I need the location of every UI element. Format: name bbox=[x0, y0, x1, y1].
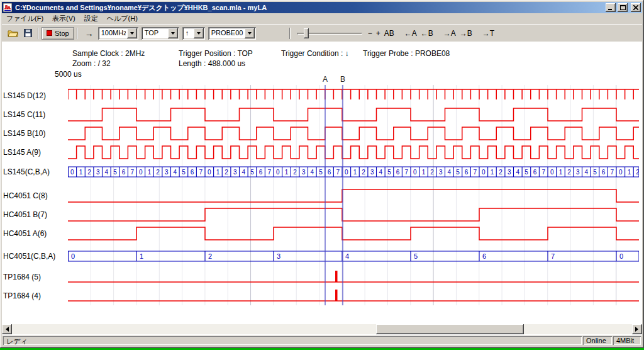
svg-text:5: 5 bbox=[113, 169, 117, 176]
svg-text:7: 7 bbox=[541, 169, 545, 176]
trigger-edge-value: ↑ bbox=[182, 27, 192, 40]
toolbar-separator bbox=[289, 28, 291, 39]
svg-text:7: 7 bbox=[473, 169, 477, 176]
svg-text:7: 7 bbox=[610, 169, 614, 176]
svg-text:6: 6 bbox=[328, 169, 331, 176]
close-button[interactable] bbox=[631, 3, 641, 12]
svg-text:0: 0 bbox=[71, 252, 75, 260]
svg-text:7: 7 bbox=[551, 252, 555, 260]
menu-item-help[interactable]: ヘルプ(H) bbox=[103, 13, 142, 25]
sample-clock-select[interactable]: 100MHz bbox=[98, 27, 138, 40]
svg-text:4: 4 bbox=[585, 169, 589, 176]
titlebar: C:¥Documents and Settings¥noname¥デスクトップ¥… bbox=[2, 2, 642, 13]
minimize-button[interactable] bbox=[606, 3, 616, 12]
status-memory: 4MBit bbox=[613, 336, 641, 345]
svg-text:7: 7 bbox=[336, 169, 340, 176]
svg-text:0: 0 bbox=[208, 169, 211, 176]
svg-text:0: 0 bbox=[139, 169, 143, 176]
menu-item-view[interactable]: 表示(V) bbox=[48, 13, 80, 25]
ab-button[interactable]: AB bbox=[382, 28, 396, 39]
svg-text:3: 3 bbox=[508, 169, 511, 176]
status-ready-text: レディ bbox=[6, 337, 28, 345]
dropdown-arrow-button[interactable] bbox=[127, 28, 137, 38]
status-online: Online bbox=[583, 336, 612, 345]
svg-text:4: 4 bbox=[311, 169, 314, 176]
svg-text:3: 3 bbox=[233, 169, 237, 176]
svg-text:1: 1 bbox=[559, 169, 563, 176]
svg-text:7: 7 bbox=[267, 169, 271, 176]
trigger-edge-select[interactable]: ↑ bbox=[182, 27, 205, 40]
channel-label-5: HC4051 C(8) bbox=[3, 191, 48, 201]
svg-text:4: 4 bbox=[242, 169, 246, 176]
dropdown-arrow-button[interactable] bbox=[245, 28, 255, 38]
stop-icon bbox=[47, 30, 52, 36]
svg-text:2: 2 bbox=[430, 169, 434, 176]
svg-text:0: 0 bbox=[550, 169, 554, 176]
svg-text:0: 0 bbox=[619, 252, 623, 260]
svg-text:0: 0 bbox=[413, 169, 417, 176]
statusbar: レディ Online 4MBit bbox=[2, 336, 642, 346]
dropdown-arrow-button[interactable] bbox=[168, 28, 178, 38]
menu-item-settings[interactable]: 設定 bbox=[80, 13, 103, 25]
chevron-down-icon bbox=[130, 32, 134, 37]
timescale-label: 5000 us bbox=[55, 70, 82, 79]
svg-text:1: 1 bbox=[628, 169, 631, 176]
svg-text:2: 2 bbox=[499, 169, 502, 176]
channel-label-3: LS145 A(9) bbox=[3, 147, 41, 157]
svg-text:3: 3 bbox=[302, 169, 306, 176]
scroll-thumb[interactable] bbox=[376, 324, 524, 334]
horizontal-scrollbar[interactable] bbox=[2, 324, 642, 334]
menubar: ファイル(F) 表示(V) 設定 ヘルプ(H) bbox=[2, 13, 642, 24]
probe-select[interactable]: PROBE00 bbox=[208, 27, 256, 40]
open-folder-icon bbox=[8, 29, 18, 37]
channel-label-10: TP1684 (4) bbox=[3, 291, 41, 301]
goto-b-left-button[interactable]: ←B bbox=[419, 28, 435, 39]
cursor-a-label[interactable]: A bbox=[322, 75, 328, 84]
svg-text:6: 6 bbox=[396, 169, 400, 176]
dropdown-arrow-button[interactable] bbox=[194, 28, 204, 38]
svg-text:2: 2 bbox=[156, 169, 160, 176]
svg-text:1: 1 bbox=[79, 169, 83, 176]
scroll-track[interactable] bbox=[12, 324, 632, 334]
cursor-b-label[interactable]: B bbox=[340, 75, 346, 84]
chevron-down-icon bbox=[197, 32, 201, 37]
svg-text:1: 1 bbox=[491, 169, 494, 176]
goto-trigger-button[interactable]: →T bbox=[480, 28, 496, 39]
stop-button[interactable]: Stop bbox=[42, 27, 74, 40]
goto-a-right-button[interactable]: →A bbox=[441, 28, 458, 39]
slider-thumb[interactable] bbox=[304, 28, 309, 38]
goto-a-left-button[interactable]: ←A bbox=[402, 28, 419, 39]
channel-label-2: LS145 B(10) bbox=[3, 128, 45, 138]
zoom-in-button[interactable]: + bbox=[374, 28, 382, 39]
channel-label-6: HC4051 B(7) bbox=[3, 210, 47, 220]
channel-label-4: LS145(C,B,A) bbox=[3, 167, 50, 177]
chevron-down-icon bbox=[171, 32, 175, 37]
open-button[interactable] bbox=[5, 26, 20, 40]
goto-b-right-button[interactable]: →B bbox=[458, 28, 474, 39]
zoom-out-button[interactable]: − bbox=[366, 28, 374, 39]
svg-text:6: 6 bbox=[482, 252, 486, 260]
scroll-left-button[interactable] bbox=[2, 324, 12, 334]
maximize-button[interactable] bbox=[618, 3, 628, 12]
save-floppy-icon bbox=[24, 29, 32, 37]
svg-text:0: 0 bbox=[482, 169, 486, 176]
svg-text:5: 5 bbox=[593, 169, 597, 176]
svg-text:6: 6 bbox=[259, 169, 263, 176]
svg-text:7: 7 bbox=[130, 169, 134, 176]
run-button[interactable]: → bbox=[83, 27, 96, 40]
scroll-right-icon bbox=[635, 327, 641, 332]
waveform-canvas[interactable]: 0123456701234567012345670123456701234567… bbox=[68, 85, 639, 305]
svg-text:1: 1 bbox=[148, 169, 152, 176]
scroll-right-button[interactable] bbox=[632, 324, 642, 334]
svg-text:4: 4 bbox=[379, 169, 383, 176]
svg-text:2: 2 bbox=[225, 169, 228, 176]
zoom-slider[interactable] bbox=[297, 28, 362, 39]
svg-text:1: 1 bbox=[216, 169, 220, 176]
save-button[interactable] bbox=[20, 26, 35, 40]
menu-item-file[interactable]: ファイル(F) bbox=[2, 13, 48, 25]
svg-text:4: 4 bbox=[448, 169, 452, 176]
svg-text:3: 3 bbox=[370, 169, 374, 176]
length-info: Length : 488.000 us bbox=[179, 59, 245, 68]
close-icon bbox=[633, 5, 638, 10]
trigger-position-select[interactable]: TOP bbox=[142, 27, 179, 40]
